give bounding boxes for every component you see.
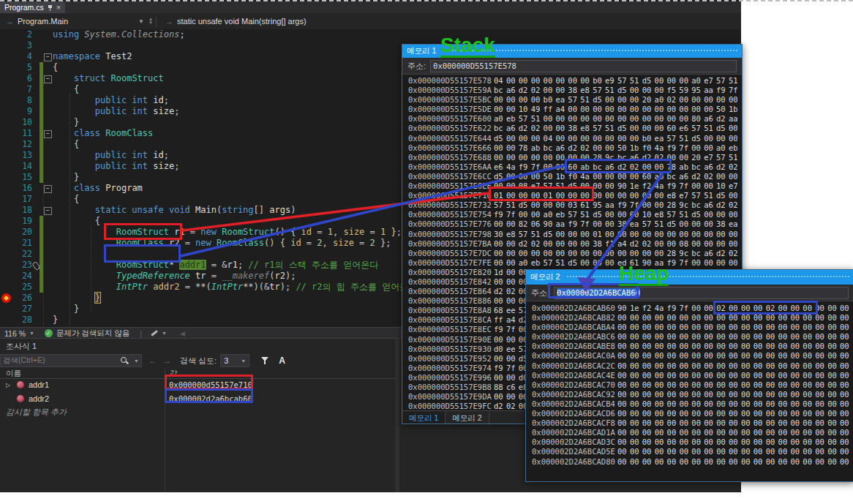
memory-byte[interactable]: 00 — [494, 335, 506, 345]
memory-byte[interactable]: 00 — [716, 323, 729, 332]
memory-byte[interactable]: 00 — [630, 210, 642, 219]
memory-byte[interactable]: 00 — [729, 399, 741, 409]
memory-byte[interactable]: 00 — [617, 313, 630, 323]
memory-byte[interactable]: a4 — [506, 315, 519, 325]
memory-byte[interactable]: 00 — [617, 437, 630, 447]
memory-byte[interactable]: 00 — [704, 342, 716, 351]
collapse-icon[interactable]: − — [44, 207, 52, 215]
memory-byte[interactable]: 57 — [519, 114, 531, 124]
memory-byte[interactable]: 00 — [666, 76, 679, 86]
memory-byte[interactable]: 00 — [716, 172, 729, 181]
memory-byte[interactable]: a6 — [704, 200, 716, 210]
memory-byte[interactable]: 51 — [679, 210, 691, 219]
memory-byte[interactable]: 00 — [506, 172, 519, 181]
tab-memory2[interactable]: 메모리 2 — [446, 412, 489, 424]
memory-byte[interactable]: 61 — [580, 200, 593, 210]
memory-byte[interactable]: 00 — [729, 239, 737, 249]
memory-byte[interactable]: 00 — [506, 354, 519, 364]
memory-byte[interactable]: 1b — [630, 143, 642, 153]
memory-byte[interactable]: 00 — [716, 447, 729, 456]
memory-byte[interactable]: 00 — [766, 399, 778, 409]
memory-byte[interactable]: 00 — [741, 380, 754, 390]
memory-byte[interactable]: 00 — [704, 304, 716, 313]
memory-byte[interactable]: 51 — [506, 200, 519, 210]
memory-byte[interactable]: 00 — [716, 399, 729, 409]
memory-byte[interactable]: 00 — [667, 457, 680, 467]
memory-byte[interactable]: d2 — [642, 153, 655, 162]
breakpoint-margin[interactable] — [0, 271, 13, 282]
memory-byte[interactable]: 7f — [531, 162, 544, 172]
memory-byte[interactable]: 00 — [815, 342, 827, 351]
memory-byte[interactable]: a6 — [555, 143, 568, 153]
memory-byte[interactable]: 00 — [827, 351, 840, 361]
memory-byte[interactable]: 00 — [754, 380, 766, 390]
memory-byte[interactable]: 00 — [840, 399, 851, 409]
memory-byte[interactable]: 00 — [630, 114, 642, 124]
memory-byte[interactable]: d5 — [519, 200, 531, 210]
memory-byte[interactable]: a6 — [704, 249, 716, 258]
memory-byte[interactable]: 00 — [679, 153, 691, 162]
nav-back-icon[interactable]: ◀ — [180, 330, 185, 337]
memory-byte[interactable]: 00 — [778, 447, 791, 456]
memory-byte[interactable]: aa — [605, 200, 617, 210]
memory-row[interactable]: 0x000002D2A6BCAC2C0000000000000000000000… — [532, 361, 851, 371]
memory-byte[interactable]: 60 — [642, 172, 655, 181]
memory-row[interactable]: 0x000000D55157E7325751d5000000036195aaf9… — [408, 200, 737, 210]
memory-byte[interactable]: 00 — [667, 313, 680, 323]
memory-byte[interactable]: 00 — [803, 409, 815, 418]
memory-byte[interactable]: 00 — [840, 437, 851, 447]
memory-byte[interactable]: 00 — [519, 249, 531, 258]
memory-byte[interactable]: 00 — [667, 437, 680, 447]
memory-byte[interactable]: 1e — [630, 181, 642, 191]
memory-byte[interactable]: 02 — [531, 239, 544, 249]
memory-byte[interactable]: 00 — [741, 332, 754, 342]
memory-byte[interactable]: 00 — [630, 351, 642, 361]
memory-byte[interactable]: 00 — [593, 143, 605, 153]
memory-byte[interactable]: 00 — [840, 332, 851, 342]
memory-row[interactable]: 0x000000D55157E600a0eb575100000000000000… — [408, 114, 737, 124]
memory-byte[interactable]: 00 — [568, 191, 580, 200]
memory-byte[interactable]: 00 — [840, 390, 851, 399]
memory-byte[interactable]: 00 — [494, 296, 506, 306]
memory-byte[interactable]: 00 — [593, 172, 605, 181]
memory-byte[interactable]: 00 — [716, 380, 729, 390]
memory-byte[interactable]: 00 — [519, 134, 531, 143]
memory-byte[interactable]: ff — [494, 315, 506, 325]
memory-byte[interactable]: 00 — [630, 95, 642, 105]
memory-row[interactable]: 0x000000D55157E5DE00001049ffa40000000000… — [408, 105, 737, 114]
memory-byte[interactable]: a4 — [555, 105, 568, 114]
memory-byte[interactable]: 00 — [617, 399, 630, 409]
memory-byte[interactable]: 4a — [506, 162, 519, 172]
memory-byte[interactable]: 00 — [790, 351, 803, 361]
memory-byte[interactable]: 51 — [605, 86, 617, 95]
memory-byte[interactable]: 00 — [642, 230, 655, 239]
memory-byte[interactable]: 00 — [667, 323, 680, 332]
memory-byte[interactable]: ab — [655, 172, 667, 181]
breakpoint-margin[interactable] — [0, 194, 13, 205]
breakpoint-margin[interactable] — [0, 183, 13, 194]
memory-byte[interactable]: 00 — [716, 342, 729, 351]
memory-row[interactable]: 0x000002D2A6BCAC4E0000000000000000000000… — [532, 371, 851, 380]
memory-byte[interactable]: 00 — [729, 210, 737, 219]
memory-byte[interactable]: 00 — [506, 95, 519, 105]
memory-byte[interactable]: 00 — [679, 219, 691, 229]
breakpoint-margin[interactable] — [0, 84, 13, 95]
memory-byte[interactable]: 00 — [667, 371, 680, 380]
memory-row[interactable]: 0x000002D2A6BCACF80000000000000000000000… — [532, 418, 851, 428]
breakpoint-margin[interactable] — [0, 172, 13, 183]
memory-byte[interactable]: ea — [655, 134, 667, 143]
memory-byte[interactable]: 00 — [729, 304, 741, 313]
memory-byte[interactable]: 00 — [655, 457, 667, 467]
memory-byte[interactable]: 00 — [655, 437, 667, 447]
memory-byte[interactable]: 57 — [691, 124, 704, 133]
memory-byte[interactable]: 00 — [519, 76, 531, 86]
memory-byte[interactable]: 57 — [691, 191, 704, 200]
memory-byte[interactable]: 00 — [519, 172, 531, 181]
memory-byte[interactable]: 00 — [827, 380, 840, 390]
memory-byte[interactable]: 00 — [655, 114, 667, 124]
memory-byte[interactable]: 78 — [666, 162, 679, 172]
memory-byte[interactable]: 00 — [778, 361, 791, 371]
memory-byte[interactable]: 00 — [803, 399, 815, 409]
memory-byte[interactable]: 00 — [580, 258, 593, 268]
memory-byte[interactable]: 00 — [729, 409, 741, 418]
